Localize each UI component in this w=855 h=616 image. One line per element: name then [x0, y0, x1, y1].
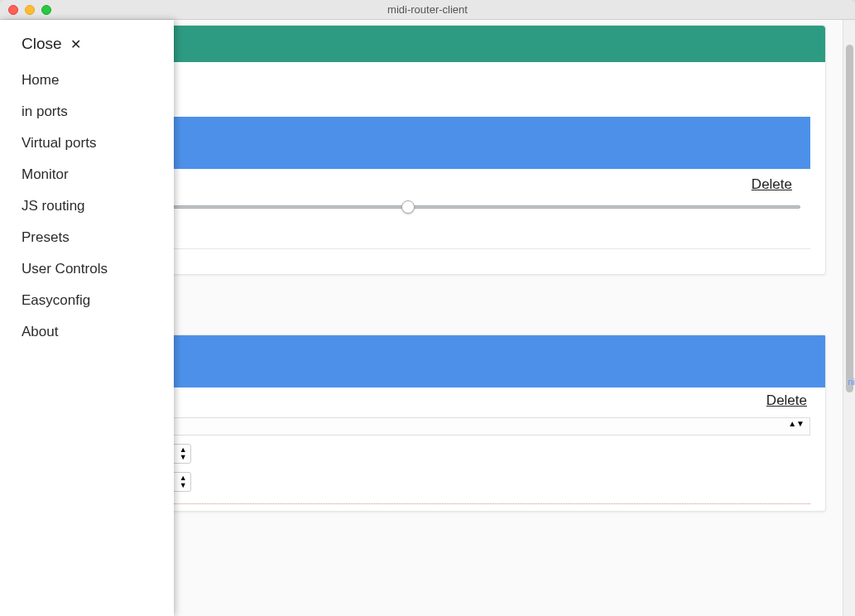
nav-item-about[interactable]: About — [0, 316, 174, 348]
nav-item-monitor[interactable]: Monitor — [0, 159, 174, 190]
bg-text: ni — [843, 377, 855, 388]
nav-item-js-routing[interactable]: JS routing — [0, 190, 174, 222]
nav-item-user-controls[interactable]: User Controls — [0, 253, 174, 285]
nav-item-easyconfig[interactable]: Easyconfig — [0, 285, 174, 316]
route-delete-link[interactable]: Delete — [766, 392, 807, 409]
nav-item-presets[interactable]: Presets — [0, 222, 174, 253]
nav-item-home[interactable]: Home — [0, 65, 174, 96]
app-window: midi-router-client en et un se Su m at o… — [0, 0, 855, 616]
close-window-button[interactable] — [8, 5, 18, 15]
app-body: en et un se Su m at os ni — [0, 20, 855, 616]
nav-item-virtual-ports[interactable]: Virtual ports — [0, 128, 174, 159]
minimize-window-button[interactable] — [25, 5, 35, 15]
nav-item-in-ports[interactable]: in ports — [0, 96, 174, 128]
traffic-lights — [8, 5, 51, 15]
titlebar: midi-router-client — [0, 0, 855, 20]
slider-thumb[interactable] — [401, 200, 415, 214]
drawer-close-label: Close — [22, 35, 62, 53]
maximize-window-button[interactable] — [41, 5, 51, 15]
vertical-scrollbar[interactable]: ni — [843, 20, 855, 616]
nav-drawer: Close ✕ Home in ports Virtual ports Moni… — [0, 20, 174, 616]
drawer-close-button[interactable]: Close ✕ — [0, 31, 174, 65]
window-title: midi-router-client — [387, 3, 468, 16]
scrollbar-thumb[interactable] — [846, 45, 853, 392]
zone-delete-link[interactable]: Delete — [752, 176, 792, 193]
close-icon: ✕ — [70, 36, 81, 52]
